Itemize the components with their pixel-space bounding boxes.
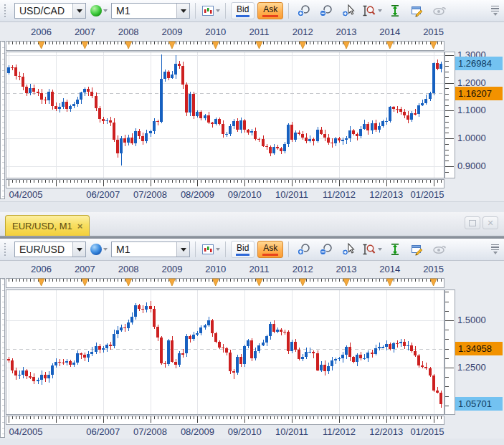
zoom-out-icon <box>318 243 333 256</box>
year-label: 2015 <box>414 27 454 37</box>
toolbar-overflow-button[interactable] <box>491 244 501 255</box>
chart-properties-button[interactable] <box>407 2 427 19</box>
eurusd-top-ruler[interactable] <box>6 278 444 288</box>
window-separator <box>0 201 504 213</box>
chart-type-button[interactable] <box>201 2 220 19</box>
zoom-out-button[interactable] <box>316 241 336 258</box>
cursor-zoom-icon <box>341 4 356 17</box>
zoom-in-button[interactable] <box>294 241 313 258</box>
usdcad-candlestick-canvas[interactable] <box>6 52 444 178</box>
time-axis-label: 11/2012 <box>319 426 359 437</box>
visibility-button <box>429 2 449 19</box>
period-combo[interactable]: M1 <box>111 241 190 257</box>
chart-type-button[interactable] <box>201 241 220 258</box>
fit-vertical-button[interactable] <box>385 241 404 258</box>
bottom-strip <box>0 439 504 445</box>
year-label: 2013 <box>326 27 366 37</box>
close-window-button[interactable]: ✕ <box>482 216 498 229</box>
year-label: 2008 <box>108 264 148 274</box>
period-combo-value: M1 <box>112 5 176 16</box>
year-label: 2007 <box>65 264 105 274</box>
bid-button[interactable]: Bid <box>231 241 255 258</box>
time-axis-label: 06/2007 <box>83 426 123 437</box>
tab-eurusd-m1[interactable]: EUR/USD, M1 × <box>5 215 90 236</box>
toolbar-grip[interactable] <box>4 243 9 256</box>
ask-button[interactable]: Ask <box>257 241 283 258</box>
year-label: 2010 <box>196 27 236 37</box>
year-label: 2011 <box>239 27 279 37</box>
connection-globe-button[interactable] <box>89 2 108 19</box>
period-combo-arrow[interactable] <box>176 242 189 257</box>
chart-type-icon <box>201 5 214 16</box>
price-tick-label: 1.0000 <box>457 133 486 144</box>
eurusd-candlestick-canvas[interactable] <box>6 290 444 415</box>
year-label: 2006 <box>22 27 62 37</box>
chevron-down-icon[interactable] <box>378 9 382 12</box>
eurusd-toolbar: EUR/USD M1 Bid Ask <box>0 239 504 261</box>
price-tag-blue: 1.05701 <box>455 397 503 411</box>
zoom-select-button[interactable] <box>338 2 358 19</box>
chevron-down-icon[interactable] <box>216 9 220 12</box>
chevron-down-icon[interactable] <box>216 248 220 251</box>
chart-type-icon <box>201 244 214 255</box>
usdcad-year-axis: 2006200720082009201020112012201320142015 <box>6 27 444 38</box>
symbol-combo-arrow[interactable] <box>72 4 85 18</box>
price-tag-blue: 1.26984 <box>455 57 503 70</box>
price-tick-label: 1.1000 <box>457 105 486 116</box>
cursor-zoom-icon <box>341 243 356 256</box>
zoom-in-button[interactable] <box>294 2 313 19</box>
toolbar-overflow-button[interactable] <box>491 6 501 16</box>
usdcad-left-ruler <box>0 41 5 199</box>
period-combo[interactable]: M1 <box>111 3 190 19</box>
vertical-measure-icon <box>361 243 376 256</box>
price-tick-label: 1.2500 <box>457 362 486 373</box>
year-label: 2007 <box>65 27 105 37</box>
eurusd-bottom-ruler[interactable] <box>6 416 444 425</box>
time-axis-label: 09/2010 <box>224 189 265 200</box>
fit-vertical-button[interactable] <box>385 2 404 19</box>
chart-tab-bar: EUR/USD, M1 × ✕ <box>0 212 504 236</box>
connection-globe-button[interactable] <box>89 241 108 258</box>
eye-icon <box>432 243 447 256</box>
time-axis-label: 04/2005 <box>6 189 46 200</box>
usdcad-toolbar: USD/CAD M1 Bid Ask <box>0 0 504 22</box>
symbol-combo[interactable]: USD/CAD <box>14 3 86 19</box>
usdcad-bottom-ruler[interactable] <box>6 179 444 188</box>
year-label: 2014 <box>370 27 410 37</box>
toolbar-separator <box>225 241 226 257</box>
chevron-down-icon[interactable] <box>378 248 382 251</box>
time-axis-label: 08/2009 <box>177 426 217 437</box>
time-axis-label: 01/2015 <box>407 189 447 200</box>
vertical-zoom-button[interactable] <box>361 2 382 19</box>
chevron-down-icon[interactable] <box>103 9 108 12</box>
usdcad-top-ruler[interactable] <box>6 41 444 51</box>
toolbar-grip[interactable] <box>4 4 9 17</box>
vertical-zoom-button[interactable] <box>361 241 382 258</box>
time-axis-label: 12/2013 <box>366 426 406 437</box>
symbol-combo-value: USD/CAD <box>15 5 72 16</box>
price-tag-orange: 1.34958 <box>455 342 503 355</box>
period-combo-arrow[interactable] <box>176 4 189 18</box>
trading-app: USD/CAD M1 Bid Ask <box>0 0 504 445</box>
year-label: 2014 <box>370 264 410 274</box>
zoom-out-button[interactable] <box>316 2 336 19</box>
year-label: 2012 <box>282 264 323 274</box>
symbol-combo-value: EUR/USD <box>15 244 72 255</box>
eurusd-time-axis: 04/200506/200707/200808/200909/201010/20… <box>6 426 444 438</box>
year-label: 2008 <box>108 27 148 37</box>
tab-close-icon[interactable]: × <box>77 221 83 231</box>
toolbar-separator <box>288 3 289 19</box>
eurusd-price-ruler[interactable] <box>444 290 455 415</box>
chart-properties-button[interactable] <box>407 241 427 258</box>
ask-button[interactable]: Ask <box>257 2 283 19</box>
symbol-combo[interactable]: EUR/USD <box>14 241 86 257</box>
restore-window-button[interactable] <box>465 216 480 229</box>
chevron-down-icon[interactable] <box>103 248 108 251</box>
usdcad-price-ruler[interactable] <box>444 52 455 178</box>
zoom-select-button[interactable] <box>338 241 358 258</box>
globe-icon <box>90 5 102 16</box>
bid-button[interactable]: Bid <box>231 2 255 19</box>
visibility-button <box>429 241 449 258</box>
usdcad-price-axis: 1.30001.20001.10001.00000.90001.269841.1… <box>455 52 504 178</box>
symbol-combo-arrow[interactable] <box>72 242 85 257</box>
